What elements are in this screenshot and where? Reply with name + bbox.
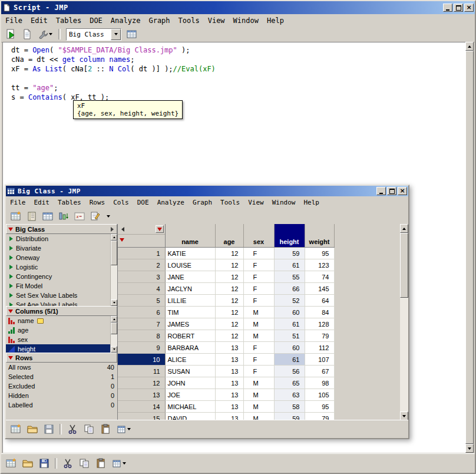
column-header-height[interactable]: height [274, 224, 305, 248]
cell-age[interactable]: 12 [215, 295, 243, 307]
cell-age[interactable]: 12 [215, 318, 243, 330]
table-scrollbar[interactable] [400, 224, 408, 420]
copy-button[interactable] [81, 422, 97, 436]
table-panel-header[interactable]: Big Class [6, 224, 117, 234]
menu-item[interactable]: Help [263, 15, 288, 26]
rows-stat-row[interactable]: Excluded 0 [6, 381, 117, 391]
combobox-dropdown-button[interactable] [111, 29, 121, 40]
cell-weight[interactable]: 123 [305, 259, 334, 271]
red-triangle-menu-icon[interactable] [8, 228, 13, 231]
cell-height[interactable]: 60 [274, 342, 305, 354]
table-script-item[interactable]: Set Age Value Labels [6, 300, 117, 306]
menu-item[interactable]: Tables [54, 198, 85, 208]
sort-button[interactable] [57, 210, 71, 223]
scroll-thumb[interactable] [465, 51, 474, 444]
cell-name[interactable]: JANE [165, 271, 215, 283]
table-script-item[interactable]: Set Sex Value Labels [6, 291, 117, 300]
data-grid-button[interactable] [41, 210, 55, 223]
menu-item[interactable]: Graph [189, 198, 216, 208]
cell-sex[interactable]: M [243, 377, 274, 389]
cell-weight[interactable]: 128 [305, 318, 334, 330]
table-script-item[interactable]: Logistic [6, 262, 117, 272]
cell-sex[interactable]: M [243, 318, 274, 330]
context-combobox[interactable]: Big Class [66, 28, 121, 41]
minimize-button[interactable] [376, 187, 386, 195]
cell-sex[interactable]: F [243, 283, 274, 295]
run-script-button[interactable] [4, 28, 18, 41]
cell-name[interactable]: ALICE [165, 354, 215, 366]
scroll-up-button[interactable] [465, 42, 474, 51]
cell-sex[interactable]: M [243, 330, 274, 342]
table-menu-button[interactable] [114, 422, 133, 436]
column-header-sex[interactable]: sex [243, 224, 274, 248]
column-header-age[interactable]: age [215, 224, 243, 248]
close-button[interactable]: × [398, 187, 407, 195]
rows-menu-icon[interactable] [120, 238, 124, 242]
cell-height[interactable]: 61 [274, 354, 305, 366]
menu-item[interactable]: Window [229, 15, 263, 26]
cell-age[interactable]: 13 [215, 413, 243, 421]
menu-item[interactable]: Help [299, 198, 323, 208]
new-data-table-button[interactable] [4, 456, 19, 470]
collapse-side-panel-button[interactable] [119, 225, 127, 233]
cell-sex[interactable]: F [243, 342, 274, 354]
tools-button[interactable] [36, 28, 55, 41]
column-item[interactable]: sex [6, 335, 117, 344]
columns-list-scrollbar[interactable] [110, 316, 117, 353]
cell-name[interactable]: JOE [165, 389, 215, 401]
menu-item[interactable]: File [1, 15, 27, 26]
cell-age[interactable]: 13 [215, 401, 243, 413]
cell-weight[interactable]: 79 [305, 330, 334, 342]
new-script-button[interactable] [20, 28, 34, 41]
row-number-cell[interactable]: 12 [118, 377, 165, 389]
cell-height[interactable]: 61 [274, 259, 305, 271]
menu-item[interactable]: Edit [30, 198, 54, 208]
cell-height[interactable]: 52 [274, 295, 305, 307]
cut-button[interactable] [60, 456, 75, 470]
cell-weight[interactable]: 112 [305, 342, 334, 354]
row-number-cell[interactable]: 11 [118, 366, 165, 377]
cell-age[interactable]: 12 [215, 330, 243, 342]
new-data-table-button[interactable] [8, 422, 24, 436]
cut-button[interactable] [65, 422, 80, 436]
column-item[interactable]: name [6, 316, 117, 325]
cell-sex[interactable]: F [243, 354, 274, 366]
table-script-item[interactable]: Distribution [6, 234, 117, 243]
cell-sex[interactable]: F [243, 271, 274, 283]
menu-item[interactable]: Analyze [153, 198, 189, 208]
save-button[interactable] [37, 456, 52, 470]
menu-item[interactable]: Graph [144, 15, 174, 26]
scroll-down-button[interactable] [465, 444, 474, 453]
menu-item[interactable]: Analyze [107, 15, 145, 26]
toolbar-overflow-button[interactable] [104, 210, 113, 223]
cell-name[interactable]: MICHAEL [165, 401, 215, 413]
cell-name[interactable]: TIM [165, 307, 215, 318]
cell-sex[interactable]: M [243, 389, 274, 401]
cell-sex[interactable]: M [243, 401, 274, 413]
scroll-down-button[interactable] [400, 412, 408, 420]
menu-item[interactable]: Tools [216, 198, 244, 208]
row-number-cell[interactable]: 4 [118, 283, 165, 295]
rows-stat-row[interactable]: Selected 1 [6, 372, 117, 381]
cell-age[interactable]: 12 [215, 259, 243, 271]
rows-stat-row[interactable]: All rows 40 [6, 363, 117, 372]
cell-name[interactable]: ROBERT [165, 330, 215, 342]
cell-age[interactable]: 13 [215, 354, 243, 366]
editor-scrollbar[interactable] [465, 42, 474, 453]
column-header-name[interactable]: name [165, 224, 215, 248]
paste-button[interactable] [93, 456, 108, 470]
cell-age[interactable]: 13 [215, 342, 243, 354]
cell-name[interactable]: JOHN [165, 377, 215, 389]
paste-button[interactable] [98, 422, 113, 436]
rows-stat-row[interactable]: Labelled 0 [6, 400, 117, 410]
cell-age[interactable]: 12 [215, 307, 243, 318]
data-window-titlebar[interactable]: Big Class - JMP × [6, 186, 408, 196]
new-data-table-button[interactable] [9, 210, 23, 223]
cell-weight[interactable]: 145 [305, 283, 334, 295]
cell-name[interactable]: KATIE [165, 248, 215, 259]
menu-item[interactable]: DOE [133, 198, 153, 208]
scroll-up-button[interactable] [111, 234, 117, 241]
row-number-cell[interactable]: 6 [118, 307, 165, 318]
menu-item[interactable]: Rows [85, 198, 110, 208]
menu-item[interactable]: View [244, 198, 268, 208]
